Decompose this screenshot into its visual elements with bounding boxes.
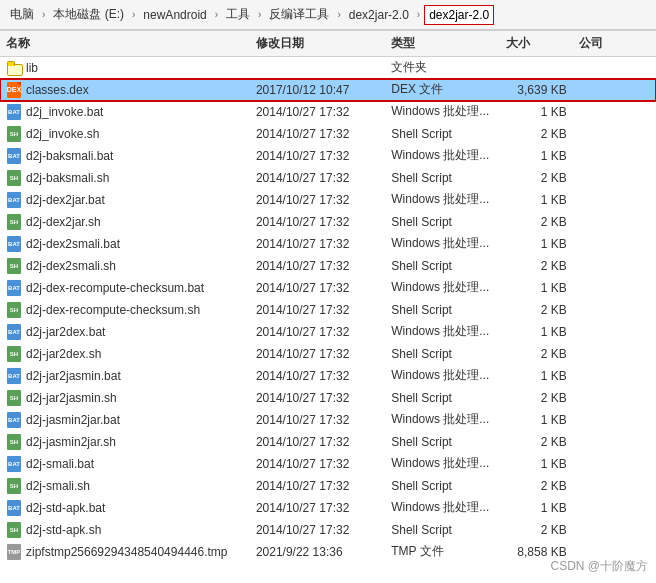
table-row[interactable]: BATd2j-jasmin2jar.bat2014/10/27 17:32Win… — [0, 409, 656, 431]
file-name-label: d2j-smali.sh — [26, 479, 90, 493]
file-date-cell-10: 2014/10/27 17:32 — [250, 277, 385, 299]
address-segment-0[interactable]: 电脑 — [6, 4, 38, 25]
file-name-cell-10: BATd2j-dex-recompute-checksum.bat — [0, 277, 250, 299]
table-row[interactable]: SHd2j-smali.sh2014/10/27 17:32Shell Scri… — [0, 475, 656, 497]
file-name-label: d2j_invoke.sh — [26, 127, 99, 141]
file-date-cell-20: 2014/10/27 17:32 — [250, 497, 385, 519]
col-header-company[interactable]: 公司 — [573, 31, 656, 57]
address-segment-1[interactable]: 本地磁盘 (E:) — [49, 4, 128, 25]
address-segment-5[interactable]: dex2jar-2.0 — [345, 6, 413, 24]
file-date-cell-2: 2014/10/27 17:32 — [250, 101, 385, 123]
table-row[interactable]: SHd2j-std-apk.sh2014/10/27 17:32Shell Sc… — [0, 519, 656, 541]
file-company-cell-15 — [573, 387, 656, 409]
file-name-cell-17: SHd2j-jasmin2jar.sh — [0, 431, 250, 453]
file-company-cell-7 — [573, 211, 656, 233]
table-row[interactable]: SHd2j-baksmali.sh2014/10/27 17:32Shell S… — [0, 167, 656, 189]
file-name-cell-22: TMPzipfstmp25669294348540494446.tmp — [0, 541, 250, 563]
file-company-cell-2 — [573, 101, 656, 123]
file-size-cell-6: 1 KB — [500, 189, 573, 211]
file-type-cell-5: Shell Script — [385, 167, 500, 189]
bat-icon: BAT — [6, 236, 22, 252]
table-row[interactable]: SHd2j-jar2jasmin.sh2014/10/27 17:32Shell… — [0, 387, 656, 409]
address-arrow-1: › — [130, 9, 137, 20]
table-row[interactable]: lib文件夹 — [0, 57, 656, 79]
table-row[interactable]: SHd2j-jar2dex.sh2014/10/27 17:32Shell Sc… — [0, 343, 656, 365]
file-name-cell-6: BATd2j-dex2jar.bat — [0, 189, 250, 211]
file-date-cell-19: 2014/10/27 17:32 — [250, 475, 385, 497]
table-row[interactable]: BATd2j_invoke.bat2014/10/27 17:32Windows… — [0, 101, 656, 123]
address-segment-6[interactable]: dex2jar-2.0 — [424, 5, 494, 25]
table-row[interactable]: BATd2j-std-apk.bat2014/10/27 17:32Window… — [0, 497, 656, 519]
file-size-cell-4: 1 KB — [500, 145, 573, 167]
file-name-label: d2j-jar2dex.bat — [26, 325, 105, 339]
file-name-label: d2j-dex-recompute-checksum.sh — [26, 303, 200, 317]
file-size-cell-11: 2 KB — [500, 299, 573, 321]
file-size-cell-10: 1 KB — [500, 277, 573, 299]
file-date-cell-4: 2014/10/27 17:32 — [250, 145, 385, 167]
file-type-cell-15: Shell Script — [385, 387, 500, 409]
address-segment-3[interactable]: 工具 — [222, 4, 254, 25]
col-header-size[interactable]: 大小 — [500, 31, 573, 57]
file-date-cell-1: 2017/10/12 10:47 — [250, 79, 385, 101]
file-type-cell-11: Shell Script — [385, 299, 500, 321]
table-row[interactable]: SHd2j_invoke.sh2014/10/27 17:32Shell Scr… — [0, 123, 656, 145]
file-name-cell-19: SHd2j-smali.sh — [0, 475, 250, 497]
file-name-label: d2j-dex-recompute-checksum.bat — [26, 281, 204, 295]
file-name-cell-9: SHd2j-dex2smali.sh — [0, 255, 250, 277]
file-type-cell-8: Windows 批处理... — [385, 233, 500, 255]
file-container[interactable]: 名称 修改日期 类型 大小 公司 lib文件夹DEXclasses.dex201… — [0, 30, 656, 583]
file-name-cell-13: SHd2j-jar2dex.sh — [0, 343, 250, 365]
file-type-cell-1: DEX 文件 — [385, 79, 500, 101]
file-name-label: d2j-dex2smali.bat — [26, 237, 120, 251]
sh-icon: SH — [6, 302, 22, 318]
table-row[interactable]: DEXclasses.dex2017/10/12 10:47DEX 文件3,63… — [0, 79, 656, 101]
file-size-cell-14: 1 KB — [500, 365, 573, 387]
table-row[interactable]: SHd2j-dex-recompute-checksum.sh2014/10/2… — [0, 299, 656, 321]
sh-icon: SH — [6, 478, 22, 494]
file-type-cell-19: Shell Script — [385, 475, 500, 497]
col-header-date[interactable]: 修改日期 — [250, 31, 385, 57]
file-name-cell-8: BATd2j-dex2smali.bat — [0, 233, 250, 255]
table-row[interactable]: BATd2j-smali.bat2014/10/27 17:32Windows … — [0, 453, 656, 475]
sh-icon: SH — [6, 258, 22, 274]
file-type-cell-3: Shell Script — [385, 123, 500, 145]
file-name-cell-7: SHd2j-dex2jar.sh — [0, 211, 250, 233]
file-name-label: d2j-jasmin2jar.bat — [26, 413, 120, 427]
col-header-type[interactable]: 类型 — [385, 31, 500, 57]
file-size-cell-21: 2 KB — [500, 519, 573, 541]
watermark: CSDN @十阶魔方 — [550, 558, 648, 575]
table-row[interactable]: SHd2j-jasmin2jar.sh2014/10/27 17:32Shell… — [0, 431, 656, 453]
bat-icon: BAT — [6, 456, 22, 472]
table-row[interactable]: BATd2j-jar2jasmin.bat2014/10/27 17:32Win… — [0, 365, 656, 387]
file-size-cell-9: 2 KB — [500, 255, 573, 277]
file-date-cell-22: 2021/9/22 13:36 — [250, 541, 385, 563]
file-type-cell-0: 文件夹 — [385, 57, 500, 79]
address-arrow-4: › — [335, 9, 342, 20]
address-segment-4[interactable]: 反编译工具 — [265, 4, 333, 25]
file-date-cell-3: 2014/10/27 17:32 — [250, 123, 385, 145]
table-row[interactable]: SHd2j-dex2smali.sh2014/10/27 17:32Shell … — [0, 255, 656, 277]
file-name-cell-2: BATd2j_invoke.bat — [0, 101, 250, 123]
file-type-cell-6: Windows 批处理... — [385, 189, 500, 211]
file-company-cell-16 — [573, 409, 656, 431]
file-name-label: zipfstmp25669294348540494446.tmp — [26, 545, 228, 559]
file-name-label: d2j-dex2jar.bat — [26, 193, 105, 207]
table-row[interactable]: BATd2j-dex-recompute-checksum.bat2014/10… — [0, 277, 656, 299]
file-size-cell-5: 2 KB — [500, 167, 573, 189]
address-arrow-3: › — [256, 9, 263, 20]
table-row[interactable]: BATd2j-jar2dex.bat2014/10/27 17:32Window… — [0, 321, 656, 343]
table-row[interactable]: BATd2j-dex2jar.bat2014/10/27 17:32Window… — [0, 189, 656, 211]
file-name-label: d2j_invoke.bat — [26, 105, 103, 119]
file-name-label: d2j-std-apk.sh — [26, 523, 101, 537]
address-segment-2[interactable]: newAndroid — [139, 6, 210, 24]
col-header-name[interactable]: 名称 — [0, 31, 250, 57]
file-type-cell-16: Windows 批处理... — [385, 409, 500, 431]
table-row[interactable]: BATd2j-baksmali.bat2014/10/27 17:32Windo… — [0, 145, 656, 167]
table-row[interactable]: BATd2j-dex2smali.bat2014/10/27 17:32Wind… — [0, 233, 656, 255]
table-row[interactable]: SHd2j-dex2jar.sh2014/10/27 17:32Shell Sc… — [0, 211, 656, 233]
file-name-label: d2j-std-apk.bat — [26, 501, 105, 515]
file-company-cell-1 — [573, 79, 656, 101]
file-date-cell-8: 2014/10/27 17:32 — [250, 233, 385, 255]
file-name-cell-4: BATd2j-baksmali.bat — [0, 145, 250, 167]
file-size-cell-16: 1 KB — [500, 409, 573, 431]
